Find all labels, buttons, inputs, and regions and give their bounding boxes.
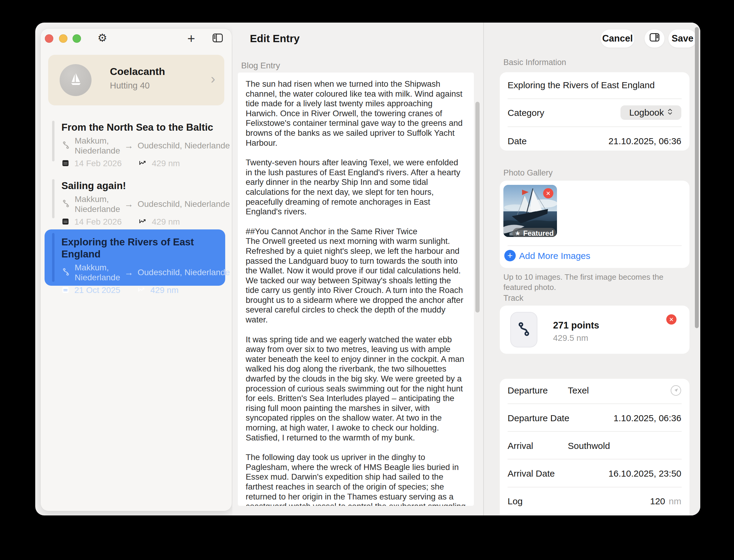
entry-accent-bar	[52, 179, 54, 218]
boat-model: Hutting 40	[110, 81, 150, 91]
entry-distance: 429 nm	[151, 285, 179, 295]
add-entry-button[interactable]: +	[184, 32, 198, 45]
arrival-date-label: Arrival Date	[508, 468, 555, 479]
date-value[interactable]: 21.10.2025, 06:36	[608, 136, 681, 146]
divider	[508, 403, 682, 404]
entry-list-item[interactable]: From the North Sea to the Baltic Makkum,…	[45, 117, 225, 165]
cancel-button[interactable]: Cancel	[601, 30, 634, 48]
entry-accent-bar	[52, 121, 54, 161]
basic-information-label: Basic Information	[503, 58, 566, 67]
blog-paragraph: It was spring tide and we eagerly watche…	[246, 335, 466, 443]
departure-date-value[interactable]: 1.10.2025, 06:36	[614, 413, 681, 423]
arrow-right-icon: →	[124, 199, 133, 209]
arrival-location: Oudeschild, Niederlande	[138, 141, 230, 151]
settings-gear-icon[interactable]: ⚙	[96, 32, 109, 44]
entry-date: 14 Feb 2026	[74, 159, 122, 168]
route-icon	[516, 321, 532, 338]
route-icon	[61, 267, 70, 278]
sidebar-right-icon	[648, 32, 661, 45]
sidebar: ⚙ + Coelacanth	[41, 29, 232, 511]
blog-paragraph: ##You Cannot Anchor in the Same River Tw…	[246, 227, 466, 325]
log-label: Log	[508, 496, 523, 506]
toggle-inspector-button[interactable]	[645, 30, 664, 48]
sidebar-left-icon	[211, 32, 224, 45]
departure-location: Makkum, Niederlande	[75, 194, 120, 214]
calendar-icon	[61, 159, 70, 168]
photo-gallery-card: ★ Featured ✕ + Add More Images	[500, 181, 689, 268]
remove-track-button[interactable]: ✕	[666, 314, 676, 325]
entry-list-item-selected[interactable]: Exploring the Rivers of East England Mak…	[45, 229, 225, 286]
sailboat-icon	[67, 71, 84, 89]
app-window: ⚙ + Coelacanth	[35, 23, 700, 515]
track-label: Track	[503, 294, 524, 303]
editor-pane: Edit Entry Blog Entry The sun had risen …	[232, 23, 483, 515]
entry-list-item[interactable]: Sailing again! Makkum, Niederlande → Oud…	[45, 176, 225, 222]
arrival-value[interactable]: Southwold	[568, 441, 610, 451]
inspector-scrollbar[interactable]	[695, 27, 699, 328]
category-label: Category	[508, 108, 544, 118]
entry-title: From the North Sea to the Baltic	[61, 121, 219, 133]
arrival-location: Oudeschild, Niederlande	[138, 199, 230, 209]
route-icon	[61, 199, 70, 209]
inspector-panel: Cancel Save Basic Information Exploring …	[484, 23, 700, 515]
photo-gallery-label: Photo Gallery	[503, 168, 553, 178]
voyage-details-card: Departure Texel Departure Date 1.10.2025…	[500, 379, 689, 515]
date-label: Date	[508, 136, 527, 146]
page-title: Edit Entry	[250, 33, 300, 45]
entry-distance: 429 nm	[152, 159, 180, 168]
entry-accent-bar	[52, 233, 54, 282]
save-button[interactable]: Save	[668, 30, 697, 48]
departure-location: Makkum, Niederlande	[75, 263, 120, 282]
editor-scrollbar[interactable]	[475, 102, 480, 313]
track-tile	[510, 312, 537, 347]
log-number: 120	[650, 496, 665, 506]
add-more-images-button[interactable]: Add More Images	[519, 251, 590, 261]
boat-avatar	[60, 64, 92, 96]
window-minimize-button[interactable]	[59, 34, 67, 43]
blog-entry-label: Blog Entry	[241, 61, 280, 70]
distance-chart-icon	[138, 217, 147, 227]
track-distance: 429.5 nm	[553, 333, 588, 343]
entry-distance: 429 nm	[152, 217, 180, 227]
log-value[interactable]: 120nm	[650, 496, 681, 506]
blog-paragraph: The sun had risen when we turned into th…	[246, 79, 466, 148]
boat-name: Coelacanth	[110, 66, 165, 77]
location-icon[interactable]	[670, 385, 682, 397]
boat-profile-card[interactable]: Coelacanth Hutting 40 ›	[48, 55, 224, 105]
entry-title: Exploring the Rivers of East England	[61, 236, 219, 260]
arrival-label: Arrival	[508, 441, 533, 451]
departure-value[interactable]: Texel	[568, 385, 589, 396]
category-value: Logbook	[629, 107, 664, 118]
entry-date: 14 Feb 2026	[74, 217, 122, 227]
divider	[508, 459, 682, 459]
remove-photo-button[interactable]: ✕	[543, 188, 553, 198]
basic-information-card: Exploring the Rivers of East England Cat…	[500, 72, 689, 151]
track-card: 271 points 429.5 nm ✕	[500, 306, 689, 354]
departure-date-label: Departure Date	[508, 413, 569, 423]
add-images-plus-icon[interactable]: +	[504, 250, 516, 261]
blog-entry-textarea[interactable]: The sun had risen when we turned into th…	[238, 73, 474, 506]
calendar-icon	[61, 286, 70, 295]
distance-chart-icon	[138, 159, 147, 168]
window-zoom-button[interactable]	[73, 34, 81, 43]
category-select[interactable]: Logbook	[620, 105, 681, 120]
toggle-sidebar-button[interactable]	[211, 32, 225, 45]
departure-label: Departure	[508, 385, 548, 396]
close-icon: ✕	[546, 190, 551, 197]
featured-badge: ★ Featured	[512, 228, 556, 237]
divider	[508, 98, 682, 99]
arrow-right-icon: →	[124, 267, 133, 278]
blog-paragraph: Twenty-seven hours after leaving Texel, …	[246, 158, 466, 217]
divider	[508, 245, 682, 246]
route-icon	[61, 141, 70, 151]
distance-chart-icon	[137, 285, 146, 295]
divider	[508, 514, 682, 515]
arrival-date-value[interactable]: 16.10.2025, 23:50	[608, 468, 681, 479]
track-points: 271 points	[553, 320, 599, 331]
entry-title-field[interactable]: Exploring the Rivers of East England	[508, 80, 655, 90]
window-close-button[interactable]	[45, 34, 53, 43]
entry-date: 21 Oct 2025	[74, 285, 120, 295]
chevron-right-icon: ›	[211, 72, 215, 86]
entry-title: Sailing again!	[61, 180, 219, 192]
close-icon: ✕	[669, 316, 674, 323]
